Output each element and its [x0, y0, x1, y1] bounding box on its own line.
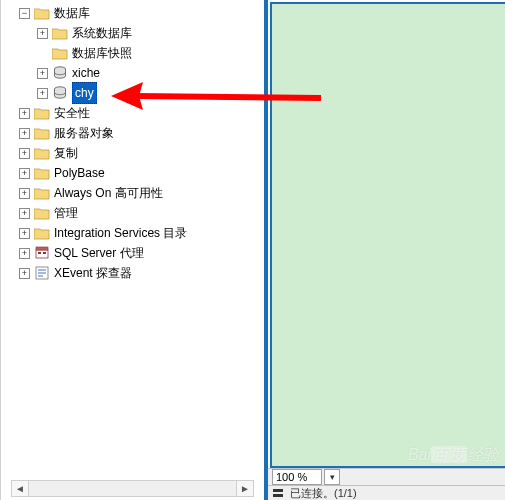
svg-rect-2 — [36, 250, 48, 258]
tree-node-server-objects[interactable]: + 服务器对象 — [1, 123, 264, 143]
folder-icon — [34, 165, 50, 181]
folder-icon — [34, 185, 50, 201]
tree-label: xiche — [72, 63, 100, 83]
tree-label: 服务器对象 — [54, 123, 114, 143]
expand-icon[interactable]: + — [19, 168, 30, 179]
zoom-dropdown-button[interactable]: ▾ — [324, 469, 340, 485]
expand-icon[interactable]: + — [19, 208, 30, 219]
svg-rect-3 — [38, 252, 41, 254]
tree-label: 安全性 — [54, 103, 90, 123]
expand-icon[interactable]: + — [19, 128, 30, 139]
tree-label-selected: chy — [72, 82, 97, 104]
scroll-right-button[interactable]: ► — [236, 481, 253, 496]
tree-node-databases[interactable]: − 数据库 — [1, 3, 264, 23]
agent-icon — [34, 245, 50, 261]
tree-label: SQL Server 代理 — [54, 243, 144, 263]
expand-icon[interactable]: + — [37, 28, 48, 39]
expand-icon[interactable]: + — [19, 188, 30, 199]
designer-panel: 100 % ▾ 已连接。(1/1) — [268, 0, 505, 500]
collapse-icon[interactable]: − — [19, 8, 30, 19]
tree-label: Integration Services 目录 — [54, 223, 187, 243]
tree-label: 复制 — [54, 143, 78, 163]
tree-label: 数据库 — [54, 3, 90, 23]
object-explorer-panel: − 数据库 + 系统数据库 — [0, 0, 268, 500]
tree-node-db-xiche[interactable]: + xiche — [1, 63, 264, 83]
tree-label: PolyBase — [54, 163, 105, 183]
tree-label: Always On 高可用性 — [54, 183, 163, 203]
expand-icon[interactable]: + — [19, 248, 30, 259]
tree-node-db-chy[interactable]: + chy — [1, 83, 264, 103]
folder-icon — [52, 45, 68, 61]
expand-icon[interactable]: + — [19, 268, 30, 279]
scroll-track[interactable] — [29, 481, 236, 496]
designer-canvas[interactable] — [270, 2, 505, 468]
folder-icon — [34, 205, 50, 221]
folder-icon — [34, 225, 50, 241]
zoom-level[interactable]: 100 % — [272, 469, 322, 485]
horizontal-scrollbar[interactable]: ◄ ► — [11, 480, 254, 497]
tree-label: 数据库快照 — [72, 43, 132, 63]
tree-node-alwayson[interactable]: + Always On 高可用性 — [1, 183, 264, 203]
connection-status: 已连接。(1/1) — [290, 486, 357, 501]
tree-node-db-snapshots[interactable]: 数据库快照 — [1, 43, 264, 63]
svg-rect-4 — [43, 252, 46, 254]
expand-icon[interactable]: + — [37, 88, 48, 99]
status-bar: 100 % ▾ 已连接。(1/1) — [268, 468, 505, 500]
expand-icon[interactable]: + — [37, 68, 48, 79]
expand-icon[interactable]: + — [19, 228, 30, 239]
tree-node-management[interactable]: + 管理 — [1, 203, 264, 223]
tree-label: XEvent 探查器 — [54, 263, 132, 283]
folder-icon — [52, 25, 68, 41]
tree-label: 系统数据库 — [72, 23, 132, 43]
tree-node-system-databases[interactable]: + 系统数据库 — [1, 23, 264, 43]
svg-rect-5 — [36, 247, 48, 250]
tree-node-security[interactable]: + 安全性 — [1, 103, 264, 123]
connection-icon — [272, 487, 284, 499]
tree-node-xevent[interactable]: + XEvent 探查器 — [1, 263, 264, 283]
folder-icon — [34, 125, 50, 141]
database-icon — [52, 65, 68, 81]
xevent-icon — [34, 265, 50, 281]
folder-icon — [34, 145, 50, 161]
tree-node-replication[interactable]: + 复制 — [1, 143, 264, 163]
scroll-left-button[interactable]: ◄ — [12, 481, 29, 496]
expand-icon[interactable]: + — [19, 108, 30, 119]
tree-node-integration-services[interactable]: + Integration Services 目录 — [1, 223, 264, 243]
object-explorer-tree: − 数据库 + 系统数据库 — [1, 0, 264, 283]
expand-icon[interactable]: + — [19, 148, 30, 159]
tree-node-sql-agent[interactable]: + SQL Server 代理 — [1, 243, 264, 263]
tree-label: 管理 — [54, 203, 78, 223]
tree-node-polybase[interactable]: + PolyBase — [1, 163, 264, 183]
folder-icon — [34, 105, 50, 121]
database-icon — [52, 85, 68, 101]
folder-icon — [34, 5, 50, 21]
